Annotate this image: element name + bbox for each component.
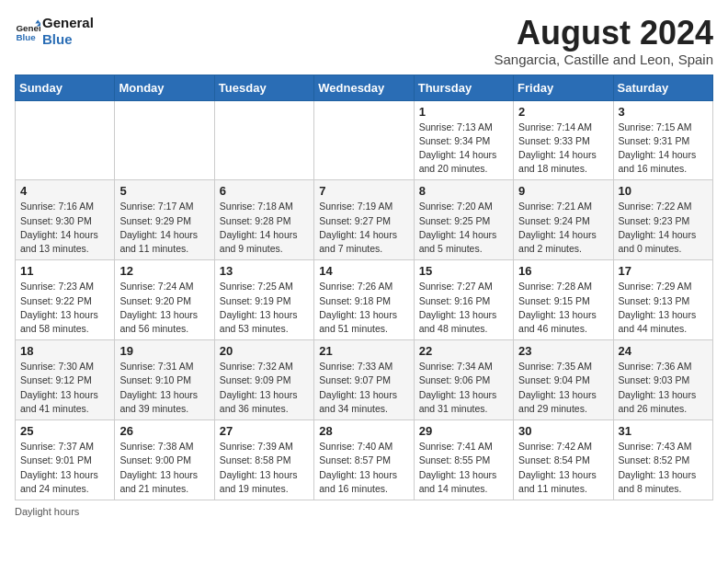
calendar-cell: 5Sunrise: 7:17 AM Sunset: 9:29 PM Daylig… [115, 180, 214, 260]
title-block: August 2024 Sangarcia, Castille and Leon… [495, 15, 714, 67]
day-info: Sunrise: 7:18 AM Sunset: 9:28 PM Dayligh… [220, 200, 309, 256]
day-number: 1 [419, 105, 508, 119]
calendar-cell: 1Sunrise: 7:13 AM Sunset: 9:34 PM Daylig… [414, 100, 513, 180]
weekday-header-tuesday: Tuesday [214, 75, 313, 100]
calendar-cell [115, 100, 214, 180]
footer-note: Daylight hours [15, 506, 713, 517]
day-number: 19 [119, 344, 209, 358]
month-year-title: August 2024 [495, 15, 714, 52]
calendar-cell: 27Sunrise: 7:39 AM Sunset: 8:58 PM Dayli… [214, 420, 313, 500]
calendar-cell: 8Sunrise: 7:20 AM Sunset: 9:25 PM Daylig… [414, 180, 513, 260]
calendar-table: SundayMondayTuesdayWednesdayThursdayFrid… [15, 75, 713, 500]
day-number: 23 [518, 344, 608, 358]
calendar-week-row: 11Sunrise: 7:23 AM Sunset: 9:22 PM Dayli… [16, 260, 713, 340]
day-number: 26 [119, 424, 209, 438]
day-number: 24 [619, 344, 708, 358]
calendar-week-row: 25Sunrise: 7:37 AM Sunset: 9:01 PM Dayli… [16, 420, 713, 500]
day-number: 9 [518, 184, 608, 198]
day-info: Sunrise: 7:33 AM Sunset: 9:07 PM Dayligh… [319, 360, 408, 416]
day-info: Sunrise: 7:35 AM Sunset: 9:04 PM Dayligh… [518, 360, 608, 416]
day-number: 4 [20, 184, 109, 198]
day-number: 8 [419, 184, 508, 198]
day-number: 10 [619, 184, 708, 198]
day-info: Sunrise: 7:28 AM Sunset: 9:15 PM Dayligh… [518, 280, 608, 336]
calendar-cell: 18Sunrise: 7:30 AM Sunset: 9:12 PM Dayli… [16, 340, 115, 420]
day-info: Sunrise: 7:20 AM Sunset: 9:25 PM Dayligh… [419, 200, 508, 256]
calendar-cell: 11Sunrise: 7:23 AM Sunset: 9:22 PM Dayli… [16, 260, 115, 340]
calendar-cell: 14Sunrise: 7:26 AM Sunset: 9:18 PM Dayli… [314, 260, 414, 340]
day-number: 21 [319, 344, 408, 358]
calendar-cell: 24Sunrise: 7:36 AM Sunset: 9:03 PM Dayli… [613, 340, 712, 420]
calendar-week-row: 18Sunrise: 7:30 AM Sunset: 9:12 PM Dayli… [16, 340, 713, 420]
day-info: Sunrise: 7:40 AM Sunset: 8:57 PM Dayligh… [319, 440, 408, 496]
daylight-label: Daylight hours [15, 506, 79, 517]
day-number: 20 [220, 344, 309, 358]
day-info: Sunrise: 7:37 AM Sunset: 9:01 PM Dayligh… [20, 440, 109, 496]
calendar-cell: 2Sunrise: 7:14 AM Sunset: 9:33 PM Daylig… [514, 100, 613, 180]
day-number: 2 [518, 105, 608, 119]
calendar-cell: 9Sunrise: 7:21 AM Sunset: 9:24 PM Daylig… [514, 180, 613, 260]
calendar-cell: 6Sunrise: 7:18 AM Sunset: 9:28 PM Daylig… [214, 180, 313, 260]
day-info: Sunrise: 7:14 AM Sunset: 9:33 PM Dayligh… [518, 121, 608, 177]
day-number: 18 [20, 344, 109, 358]
day-info: Sunrise: 7:38 AM Sunset: 9:00 PM Dayligh… [119, 440, 209, 496]
weekday-header-monday: Monday [115, 75, 214, 100]
calendar-header-row: SundayMondayTuesdayWednesdayThursdayFrid… [16, 75, 713, 100]
weekday-header-wednesday: Wednesday [314, 75, 414, 100]
weekday-header-sunday: Sunday [16, 75, 115, 100]
calendar-cell: 4Sunrise: 7:16 AM Sunset: 9:30 PM Daylig… [16, 180, 115, 260]
logo-line1: General [42, 15, 94, 31]
calendar-cell [214, 100, 313, 180]
day-info: Sunrise: 7:34 AM Sunset: 9:06 PM Dayligh… [419, 360, 508, 416]
day-number: 12 [119, 264, 209, 278]
day-number: 5 [119, 184, 209, 198]
day-number: 31 [619, 424, 708, 438]
day-number: 6 [220, 184, 309, 198]
day-info: Sunrise: 7:26 AM Sunset: 9:18 PM Dayligh… [319, 280, 408, 336]
location-subtitle: Sangarcia, Castille and Leon, Spain [495, 52, 714, 67]
day-info: Sunrise: 7:43 AM Sunset: 8:52 PM Dayligh… [619, 440, 708, 496]
calendar-cell: 28Sunrise: 7:40 AM Sunset: 8:57 PM Dayli… [314, 420, 414, 500]
svg-text:Blue: Blue [16, 32, 36, 42]
calendar-cell: 29Sunrise: 7:41 AM Sunset: 8:55 PM Dayli… [414, 420, 513, 500]
day-info: Sunrise: 7:24 AM Sunset: 9:20 PM Dayligh… [119, 280, 209, 336]
calendar-cell: 30Sunrise: 7:42 AM Sunset: 8:54 PM Dayli… [514, 420, 613, 500]
day-info: Sunrise: 7:27 AM Sunset: 9:16 PM Dayligh… [419, 280, 508, 336]
day-number: 7 [319, 184, 408, 198]
day-info: Sunrise: 7:29 AM Sunset: 9:13 PM Dayligh… [619, 280, 708, 336]
day-info: Sunrise: 7:23 AM Sunset: 9:22 PM Dayligh… [20, 280, 109, 336]
day-number: 25 [20, 424, 109, 438]
day-number: 30 [518, 424, 608, 438]
calendar-cell: 31Sunrise: 7:43 AM Sunset: 8:52 PM Dayli… [613, 420, 712, 500]
day-info: Sunrise: 7:25 AM Sunset: 9:19 PM Dayligh… [220, 280, 309, 336]
day-info: Sunrise: 7:19 AM Sunset: 9:27 PM Dayligh… [319, 200, 408, 256]
calendar-cell: 16Sunrise: 7:28 AM Sunset: 9:15 PM Dayli… [514, 260, 613, 340]
day-info: Sunrise: 7:32 AM Sunset: 9:09 PM Dayligh… [220, 360, 309, 416]
calendar-cell: 22Sunrise: 7:34 AM Sunset: 9:06 PM Dayli… [414, 340, 513, 420]
calendar-week-row: 1Sunrise: 7:13 AM Sunset: 9:34 PM Daylig… [16, 100, 713, 180]
day-number: 11 [20, 264, 109, 278]
day-number: 16 [518, 264, 608, 278]
calendar-cell: 23Sunrise: 7:35 AM Sunset: 9:04 PM Dayli… [514, 340, 613, 420]
day-info: Sunrise: 7:31 AM Sunset: 9:10 PM Dayligh… [119, 360, 209, 416]
weekday-header-saturday: Saturday [613, 75, 712, 100]
calendar-cell: 25Sunrise: 7:37 AM Sunset: 9:01 PM Dayli… [16, 420, 115, 500]
calendar-cell: 20Sunrise: 7:32 AM Sunset: 9:09 PM Dayli… [214, 340, 313, 420]
day-info: Sunrise: 7:36 AM Sunset: 9:03 PM Dayligh… [619, 360, 708, 416]
logo-line2: Blue [42, 31, 94, 48]
day-info: Sunrise: 7:15 AM Sunset: 9:31 PM Dayligh… [619, 121, 708, 177]
calendar-cell: 7Sunrise: 7:19 AM Sunset: 9:27 PM Daylig… [314, 180, 414, 260]
calendar-cell: 19Sunrise: 7:31 AM Sunset: 9:10 PM Dayli… [115, 340, 214, 420]
day-number: 29 [419, 424, 508, 438]
page-header: General Blue General Blue August 2024 Sa… [15, 15, 713, 67]
day-info: Sunrise: 7:16 AM Sunset: 9:30 PM Dayligh… [20, 200, 109, 256]
day-number: 15 [419, 264, 508, 278]
day-info: Sunrise: 7:39 AM Sunset: 8:58 PM Dayligh… [220, 440, 309, 496]
day-number: 3 [619, 105, 708, 119]
day-info: Sunrise: 7:17 AM Sunset: 9:29 PM Dayligh… [119, 200, 209, 256]
day-number: 28 [319, 424, 408, 438]
calendar-cell: 3Sunrise: 7:15 AM Sunset: 9:31 PM Daylig… [613, 100, 712, 180]
logo-icon: General Blue [15, 18, 40, 44]
logo: General Blue General Blue [15, 15, 94, 48]
calendar-week-row: 4Sunrise: 7:16 AM Sunset: 9:30 PM Daylig… [16, 180, 713, 260]
